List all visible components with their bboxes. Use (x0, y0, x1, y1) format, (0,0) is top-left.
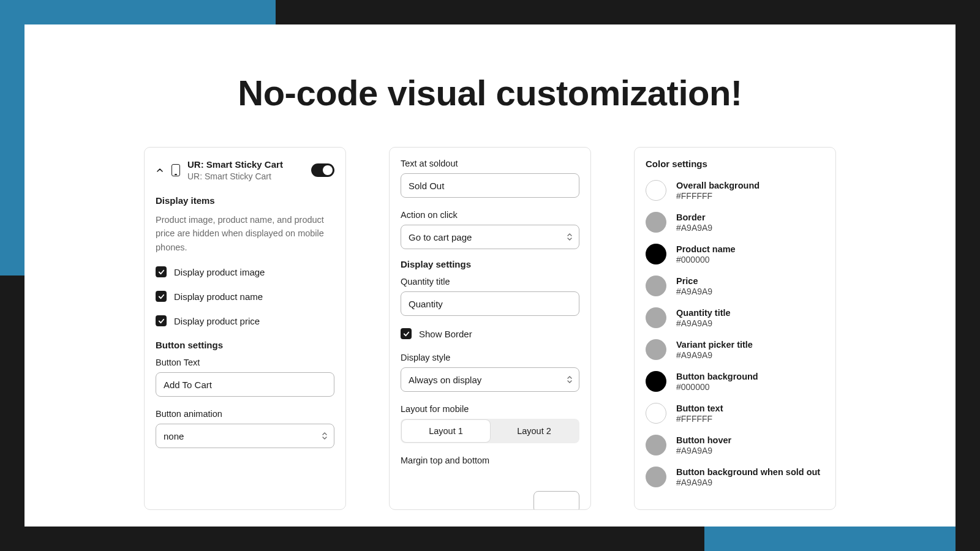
button-settings-heading: Button settings (156, 340, 334, 350)
panels-row: UR: Smart Sticky Cart UR: Smart Sticky C… (24, 147, 956, 510)
mobile-icon (172, 164, 180, 176)
soldout-text-input[interactable] (401, 173, 579, 198)
color-name: Border (676, 212, 712, 222)
page-title: No-code visual customization! (24, 72, 956, 113)
color-row: Button background#000000 (646, 371, 824, 392)
color-text: Button background when sold out#A9A9A9 (676, 467, 820, 487)
app-title: UR: Smart Sticky Cart (187, 159, 304, 171)
button-text-input[interactable] (156, 372, 334, 397)
color-row: Overall background#FFFFFF (646, 180, 824, 201)
color-swatch[interactable] (646, 307, 666, 328)
color-hex: #FFFFFF (676, 414, 723, 424)
color-name: Product name (676, 244, 736, 254)
color-row: Button hover#A9A9A9 (646, 435, 824, 455)
bg-dark-right (956, 0, 980, 551)
color-swatch[interactable] (646, 467, 666, 487)
chevron-up-icon[interactable] (156, 166, 164, 174)
checkbox-display-image[interactable]: Display product image (156, 266, 334, 277)
color-hex: #A9A9A9 (676, 478, 820, 487)
app-subtitle: UR: Smart Sticky Cart (187, 171, 304, 182)
color-row: Product name#000000 (646, 244, 824, 264)
color-row: Button text#FFFFFF (646, 403, 824, 424)
color-settings-heading: Color settings (646, 159, 824, 169)
color-hex: #A9A9A9 (676, 446, 731, 455)
button-animation-label: Button animation (156, 409, 334, 419)
display-style-select[interactable]: Always on display (401, 367, 579, 392)
quantity-title-input[interactable] (401, 291, 579, 316)
layout-segmented-control: Layout 1 Layout 2 (401, 419, 579, 443)
bg-dark-left-lower (0, 276, 24, 551)
color-text: Button background#000000 (676, 372, 758, 392)
color-text: Overall background#FFFFFF (676, 181, 760, 201)
layout-1-button[interactable]: Layout 1 (402, 420, 490, 442)
soldout-text-label: Text at soldout (401, 159, 579, 168)
panel-header: UR: Smart Sticky Cart UR: Smart Sticky C… (156, 159, 334, 182)
action-on-click-select[interactable]: Go to cart page (401, 225, 579, 249)
color-swatch[interactable] (646, 339, 666, 360)
color-name: Button text (676, 403, 723, 413)
layout-mobile-label: Layout for mobile (401, 404, 579, 414)
bg-dark-bottom (0, 527, 704, 551)
checkbox-label: Display product name (174, 291, 263, 302)
color-hex: #A9A9A9 (676, 318, 731, 328)
margin-label: Margin top and bottom (401, 455, 579, 465)
color-swatch[interactable] (646, 435, 666, 455)
color-hex: #000000 (676, 255, 736, 264)
color-text: Button text#FFFFFF (676, 403, 723, 424)
color-name: Quantity title (676, 308, 731, 318)
color-swatch[interactable] (646, 244, 666, 264)
checkbox-label: Display product image (174, 267, 265, 277)
color-name: Button hover (676, 435, 731, 445)
color-hex: #A9A9A9 (676, 350, 753, 360)
seg-label: Layout 1 (429, 426, 463, 436)
checkbox-label: Show Border (419, 329, 472, 339)
checkmark-icon (156, 266, 167, 277)
color-swatch[interactable] (646, 276, 666, 296)
color-row: Price#A9A9A9 (646, 276, 824, 296)
color-swatch[interactable] (646, 371, 666, 392)
panel-actions: Text at soldout Action on click Go to ca… (389, 147, 591, 510)
main-card: No-code visual customization! UR: Smart … (24, 24, 956, 527)
color-text: Border#A9A9A9 (676, 212, 712, 233)
color-hex: #A9A9A9 (676, 223, 712, 233)
color-row: Border#A9A9A9 (646, 212, 824, 233)
color-text: Price#A9A9A9 (676, 276, 712, 296)
display-style-label: Display style (401, 353, 579, 362)
checkbox-show-border[interactable]: Show Border (401, 328, 579, 339)
display-items-help: Product image, product name, and product… (156, 213, 334, 254)
checkmark-icon (156, 315, 167, 326)
button-text-label: Button Text (156, 358, 334, 367)
color-swatch[interactable] (646, 180, 666, 201)
select-value: Go to cart page (409, 232, 472, 242)
action-on-click-label: Action on click (401, 210, 579, 220)
color-name: Button background when sold out (676, 467, 820, 477)
color-list: Overall background#FFFFFFBorder#A9A9A9Pr… (646, 180, 824, 487)
color-name: Price (676, 276, 712, 286)
enable-toggle[interactable] (311, 163, 334, 177)
color-text: Button hover#A9A9A9 (676, 435, 731, 455)
color-name: Variant picker title (676, 340, 753, 350)
margin-number-input[interactable] (533, 491, 579, 510)
select-value: none (164, 431, 184, 441)
color-hex: #FFFFFF (676, 191, 760, 201)
panel-color-settings: Color settings Overall background#FFFFFF… (634, 147, 836, 510)
color-hex: #000000 (676, 382, 758, 392)
seg-label: Layout 2 (517, 426, 551, 436)
checkbox-display-name[interactable]: Display product name (156, 291, 334, 302)
button-animation-select[interactable]: none (156, 424, 334, 448)
color-swatch[interactable] (646, 212, 666, 233)
select-value: Always on display (409, 375, 481, 385)
color-hex: #A9A9A9 (676, 287, 712, 296)
checkbox-display-price[interactable]: Display product price (156, 315, 334, 326)
color-text: Variant picker title#A9A9A9 (676, 340, 753, 360)
checkmark-icon (401, 328, 412, 339)
color-swatch[interactable] (646, 403, 666, 424)
color-name: Button background (676, 372, 758, 381)
color-text: Quantity title#A9A9A9 (676, 308, 731, 328)
color-name: Overall background (676, 181, 760, 190)
layout-2-button[interactable]: Layout 2 (490, 420, 578, 442)
panel-display-items: UR: Smart Sticky Cart UR: Smart Sticky C… (144, 147, 346, 510)
color-row: Variant picker title#A9A9A9 (646, 339, 824, 360)
color-row: Quantity title#A9A9A9 (646, 307, 824, 328)
checkmark-icon (156, 291, 167, 302)
